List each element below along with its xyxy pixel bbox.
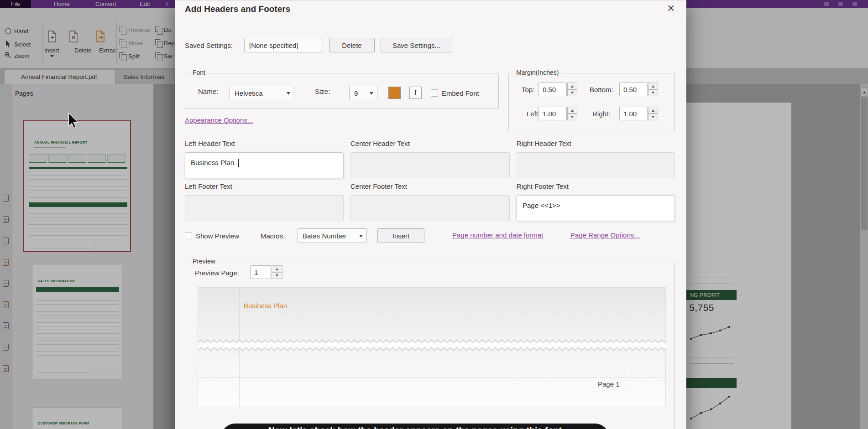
margin-bottom-value[interactable]: 0.50 — [619, 83, 648, 96]
preview-group: Preview Preview Page: 1 Business Plan — [185, 262, 675, 429]
left-header-label: Left Header Text — [185, 140, 235, 147]
tutorial-toast-text: Now let's check how the header appears o… — [268, 425, 562, 429]
font-size-select[interactable]: 9 — [349, 86, 377, 100]
embed-font-label: Embed Font — [442, 89, 479, 97]
margin-bottom-spinner: 0.50 — [619, 83, 658, 96]
left-header-text: Business Plan — [191, 159, 234, 166]
show-preview-checkbox[interactable] — [185, 232, 192, 239]
preview-header-text: Business Plan — [244, 302, 287, 310]
saved-settings-select[interactable]: [None specified] — [244, 38, 323, 52]
left-footer-label: Left Footer Text — [185, 182, 232, 190]
page-number-format-link[interactable]: Page number and date format — [452, 231, 543, 239]
margin-top-spinner: 0.50 — [539, 83, 577, 96]
spinner-up-icon[interactable] — [567, 107, 577, 114]
right-footer-text: Page <<1>> — [523, 202, 560, 209]
spinner-up-icon[interactable] — [648, 83, 658, 89]
spinner-down-icon[interactable] — [648, 114, 658, 120]
embed-font-checkbox[interactable] — [431, 89, 438, 97]
margin-top-label: Top: — [522, 86, 534, 93]
spinner-down-icon[interactable] — [272, 272, 282, 279]
left-header-input[interactable]: Business Plan — [185, 152, 344, 178]
macros-label: Macros: — [261, 232, 285, 240]
mouse-cursor-icon — [68, 113, 78, 129]
preview-page-spinner: 1 — [250, 265, 282, 279]
margin-left-value[interactable]: 1.00 — [539, 107, 567, 120]
margin-top-value[interactable]: 0.50 — [539, 83, 567, 96]
margin-right-label: Right: — [592, 110, 610, 118]
left-footer-input[interactable] — [185, 195, 344, 221]
font-color-swatch[interactable] — [388, 87, 401, 99]
save-settings-button[interactable]: Save Settings... — [381, 38, 452, 52]
page-tear-zigzag — [198, 339, 666, 351]
right-footer-input[interactable]: Page <<1>> — [517, 195, 675, 221]
delete-settings-button[interactable]: Delete — [329, 38, 375, 52]
caret-down-icon — [359, 235, 363, 239]
font-group-legend: Font — [190, 69, 208, 76]
show-preview-label: Show Preview — [196, 232, 239, 240]
close-icon[interactable]: × — [667, 0, 675, 16]
margin-bottom-label: Bottom: — [590, 86, 613, 93]
text-cursor — [238, 159, 239, 167]
font-size-value: 9 — [354, 89, 358, 97]
macros-select[interactable]: Bates Number — [298, 228, 367, 243]
preview-page-value[interactable]: 1 — [250, 265, 271, 279]
margin-group-legend: Margin(Inches) — [513, 69, 561, 76]
margin-left-spinner: 1.00 — [539, 107, 577, 120]
margin-right-value[interactable]: 1.00 — [619, 107, 648, 120]
right-header-input[interactable] — [517, 152, 675, 178]
tutorial-toast: Now let's check how the header appears o… — [221, 424, 609, 429]
margin-left-label: Left: — [527, 110, 540, 118]
center-footer-label: Center Footer Text — [350, 182, 407, 190]
saved-settings-value: [None specified] — [249, 41, 298, 49]
bottom-margin-guide — [198, 377, 665, 378]
spinner-down-icon[interactable] — [567, 114, 577, 120]
preview-page-canvas: Business Plan Page 1 — [198, 287, 666, 407]
center-header-label: Center Header Text — [350, 140, 410, 147]
spinner-up-icon[interactable] — [648, 107, 658, 114]
spinner-down-icon[interactable] — [567, 89, 577, 96]
right-footer-label: Right Footer Text — [517, 182, 569, 190]
spinner-down-icon[interactable] — [648, 89, 658, 96]
spinner-up-icon[interactable] — [567, 83, 577, 89]
font-size-label: Size: — [315, 88, 330, 95]
font-group: Font Name: Helvetica Size: 9 I Embed Fon… — [185, 73, 499, 109]
spinner-up-icon[interactable] — [272, 265, 282, 272]
margin-right-spinner: 1.00 — [619, 107, 658, 120]
font-name-select[interactable]: Helvetica — [230, 86, 294, 100]
font-name-value: Helvetica — [235, 89, 263, 97]
dialog-title: Add Headers and Footers — [185, 4, 290, 14]
preview-footer-text: Page 1 — [598, 380, 620, 388]
center-header-input[interactable] — [350, 152, 510, 178]
text-style-button[interactable]: I — [409, 87, 422, 99]
caret-down-icon — [287, 92, 290, 97]
top-margin-guide — [198, 314, 665, 314]
text-ibeam-icon: I — [414, 89, 417, 97]
appearance-options-link[interactable]: Appearance Options... — [185, 116, 253, 124]
screen: File Home Convert Edit F Hand Select Zoo… — [0, 0, 868, 429]
page-range-options-link[interactable]: Page Range Options... — [570, 231, 640, 239]
saved-settings-label: Saved Settings: — [185, 41, 233, 49]
margin-group: Margin(Inches) Top: 0.50 Bottom: 0.50 Le… — [508, 73, 675, 131]
macros-value: Bates Number — [303, 232, 346, 240]
insert-macro-button[interactable]: Insert — [377, 228, 424, 243]
center-footer-input[interactable] — [350, 195, 510, 221]
preview-page-label: Preview Page: — [195, 269, 239, 277]
right-header-label: Right Header Text — [517, 140, 571, 147]
preview-group-legend: Preview — [190, 258, 218, 265]
font-name-label: Name: — [198, 88, 218, 95]
add-headers-footers-dialog: Add Headers and Footers × Saved Settings… — [175, 0, 686, 429]
caret-down-icon — [370, 92, 373, 97]
